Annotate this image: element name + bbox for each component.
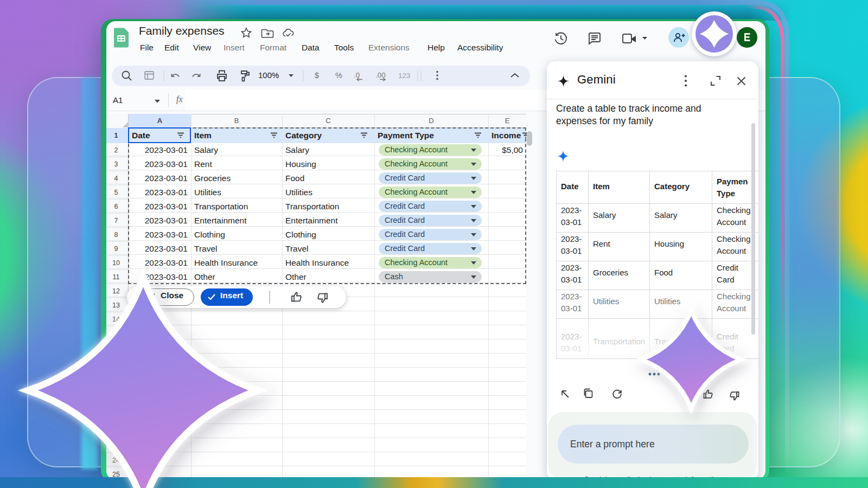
svg-text:123: 123 bbox=[398, 72, 411, 80]
svg-text:$: $ bbox=[315, 71, 319, 80]
svg-text:.00: .00 bbox=[375, 71, 386, 79]
svg-text:%: % bbox=[335, 71, 342, 80]
svg-text:100%: 100% bbox=[258, 70, 279, 80]
